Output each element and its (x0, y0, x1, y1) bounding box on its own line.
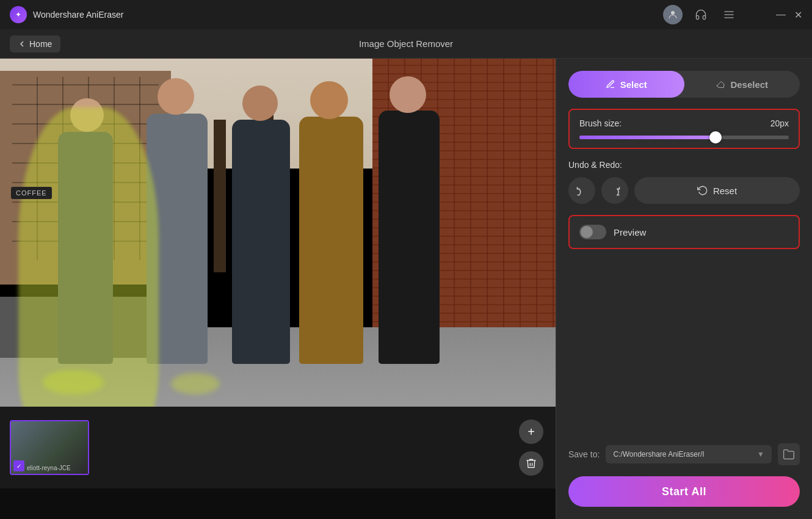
undo-redo-label: Undo & Redo: (568, 160, 800, 170)
redo-icon (609, 184, 621, 197)
thumbnail-checkbox[interactable]: ✓ (13, 460, 24, 471)
pencil-icon (606, 79, 615, 89)
photo-tree1 (214, 120, 226, 272)
deselect-label: Deselect (730, 79, 768, 90)
image-viewport[interactable]: COFFEE (0, 59, 556, 407)
filmstrip-actions: + (519, 419, 543, 476)
window-controls: — ✕ (776, 9, 802, 21)
brush-header: Brush size: 20px (579, 118, 789, 128)
reset-button[interactable]: Reset (634, 177, 800, 204)
thumbnail-label: eliott-reyna-JCE (27, 465, 71, 471)
start-all-label: Start All (662, 485, 706, 498)
undo-redo-section: Undo & Redo: Reset (568, 160, 800, 204)
dropdown-arrow-icon: ▼ (757, 450, 764, 459)
preview-panel: Preview (568, 215, 800, 249)
canvas-area[interactable]: COFFEE ✓ eliott-reyna-JCE + (0, 59, 556, 519)
browse-folder-button[interactable] (778, 443, 800, 465)
save-to-label: Save to: (568, 449, 600, 459)
brush-slider-thumb[interactable] (709, 131, 722, 143)
start-all-button[interactable]: Start All (568, 476, 800, 507)
titlebar: ✦ Wondershare AniEraser — ✕ (0, 0, 812, 29)
user-avatar-icon[interactable] (663, 5, 683, 24)
delete-file-button[interactable] (519, 451, 543, 476)
page-title: Image Object Remover (359, 38, 453, 49)
svg-point-0 (671, 11, 675, 15)
save-path-input[interactable]: C:/Wondershare AniEraser/I ▼ (606, 445, 772, 463)
select-label: Select (620, 79, 647, 90)
undo-button[interactable] (568, 177, 595, 204)
add-icon: + (527, 425, 535, 439)
brush-slider-track[interactable] (579, 136, 789, 139)
add-file-button[interactable]: + (519, 419, 543, 444)
titlebar-icons (663, 5, 739, 24)
reset-icon (697, 185, 708, 196)
home-button[interactable]: Home (10, 35, 60, 53)
head-2 (158, 78, 194, 115)
main-content: COFFEE ✓ eliott-reyna-JCE + (0, 59, 812, 519)
eraser-icon (716, 79, 725, 89)
redo-button[interactable] (601, 177, 628, 204)
head-3 (242, 85, 278, 121)
brush-slider-fill (579, 136, 716, 139)
head-4 (310, 81, 348, 119)
person-silhouette-5 (379, 111, 440, 364)
person-silhouette-3 (232, 120, 290, 364)
menu-icon[interactable] (719, 5, 739, 24)
home-label: Home (29, 39, 52, 49)
coffee-sign: COFFEE (11, 187, 52, 199)
undo-icon (576, 184, 588, 197)
app-title: Wondershare AniEraser (33, 10, 123, 20)
app-logo: ✦ (10, 6, 27, 23)
headset-icon[interactable] (691, 5, 711, 24)
head-5 (390, 76, 426, 113)
undo-redo-buttons: Reset (568, 177, 800, 204)
save-section: Save to: C:/Wondershare AniEraser/I ▼ (568, 443, 800, 465)
yellow-ghost-feet2 (171, 373, 220, 394)
thumbnail-item[interactable]: ✓ eliott-reyna-JCE (10, 420, 89, 475)
logo-symbol: ✦ (15, 10, 21, 19)
preview-toggle[interactable] (579, 225, 606, 239)
toggle-knob (581, 226, 593, 238)
reset-label: Reset (713, 186, 737, 196)
preview-label: Preview (614, 227, 646, 238)
close-button[interactable]: ✕ (794, 9, 802, 21)
brush-panel: Brush size: 20px (568, 109, 800, 149)
minimize-button[interactable]: — (776, 9, 786, 20)
filmstrip: ✓ eliott-reyna-JCE + (0, 407, 556, 488)
check-icon: ✓ (16, 463, 21, 470)
folder-icon (783, 448, 795, 460)
yellow-ghost-feet (43, 370, 104, 394)
navbar: Home Image Object Remover (0, 29, 812, 59)
brush-size-value: 20px (770, 118, 789, 128)
select-deselect-group: Select Deselect (568, 71, 800, 98)
trash-icon (525, 457, 537, 470)
right-panel: Select Deselect Brush size: 20px Undo & … (556, 59, 812, 519)
brush-size-label: Brush size: (579, 118, 622, 128)
yellow-ghost-overlay (18, 107, 159, 407)
person-silhouette-4 (299, 117, 363, 364)
spacer (568, 260, 800, 432)
save-path-text: C:/Wondershare AniEraser/I (613, 450, 704, 459)
deselect-button[interactable]: Deselect (684, 71, 800, 98)
select-button[interactable]: Select (568, 71, 684, 98)
